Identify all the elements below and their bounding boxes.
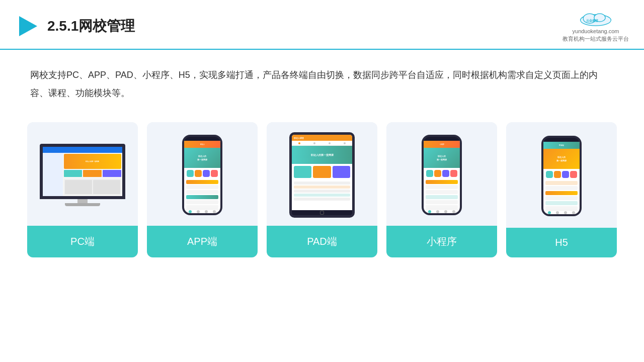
monitor-mockup: 职达人的第一堂网课	[40, 144, 125, 206]
card-pc-image: 职达人的第一堂网课	[27, 122, 138, 226]
card-miniapp: 小程序 职达人的 第一堂网课	[386, 122, 497, 257]
card-miniapp-image: 小程序 职达人的 第一堂网课	[386, 122, 497, 226]
header: 2.5.1网校管理 云朵课堂 yunduoketang.com 教育机构一站式服…	[0, 0, 644, 50]
logo-tagline: 教育机构一站式服务云平台	[562, 35, 629, 43]
phone-mockup-miniapp: 小程序 职达人的 第一堂网课	[422, 135, 462, 215]
card-h5-image: H5课堂 职达人的 第一堂网课	[506, 122, 617, 228]
card-miniapp-label: 小程序	[386, 226, 497, 257]
card-pad: 职达人课堂 职达人的第一堂网课	[267, 122, 377, 257]
card-app-image: 职达人 职达人的 第一堂网课	[147, 122, 258, 226]
card-h5: H5课堂 职达人的 第一堂网课	[506, 122, 617, 257]
phone-mockup-h5: H5课堂 职达人的 第一堂网课	[541, 136, 582, 216]
card-app-label: APP端	[147, 226, 258, 257]
logo-area: 云朵课堂 yunduoketang.com 教育机构一站式服务云平台	[562, 9, 629, 43]
card-pc-label: PC端	[27, 226, 138, 257]
description-text: 网校支持PC、APP、PAD、小程序、H5，实现多端打通，产品各终端自由切换，数…	[0, 50, 644, 112]
monitor-screen: 职达人的第一堂网课	[40, 144, 125, 199]
card-pad-label: PAD端	[267, 226, 377, 257]
card-pad-image: 职达人课堂 职达人的第一堂网课	[267, 122, 377, 226]
play-icon	[15, 14, 39, 38]
logo-url: yunduoketang.com	[573, 28, 619, 34]
header-left: 2.5.1网校管理	[15, 14, 135, 38]
card-pc: 职达人的第一堂网课	[27, 122, 138, 257]
logo-icon: 云朵课堂	[576, 9, 616, 27]
cards-container: 职达人的第一堂网课	[0, 117, 644, 273]
tablet-mockup: 职达人课堂 职达人的第一堂网课	[289, 132, 355, 218]
svg-marker-0	[19, 16, 37, 36]
page-title: 2.5.1网校管理	[47, 17, 135, 36]
card-app: 职达人 职达人的 第一堂网课	[147, 122, 258, 257]
card-h5-label: H5	[506, 228, 617, 257]
phone-mockup-app: 职达人 职达人的 第一堂网课	[182, 135, 222, 215]
svg-text:云朵课堂: 云朵课堂	[586, 19, 598, 22]
